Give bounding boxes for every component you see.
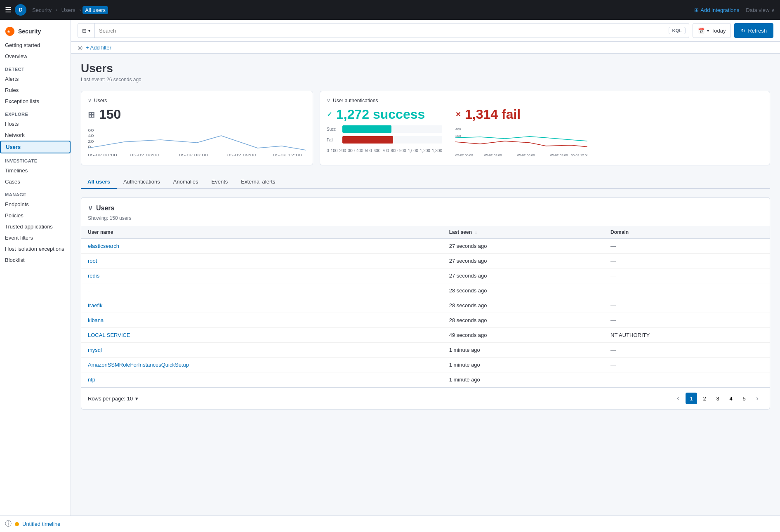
auth-sparkline: 05-02 00:00 05-02 03:00 05-02 06:00 05-0… <box>455 125 587 158</box>
dash: — <box>610 287 616 294</box>
page-body: Users Last event: 26 seconds ago ∨ Users… <box>71 54 780 418</box>
add-filter-button[interactable]: + Add filter <box>86 45 111 51</box>
search-bar-trigger[interactable]: ⊟ ▾ <box>78 24 95 38</box>
chevron-icon: ∨ <box>327 98 330 104</box>
domain-cell: — <box>604 358 770 372</box>
sidebar-item-network[interactable]: Network <box>0 129 71 141</box>
info-icon[interactable]: ⓘ <box>5 520 12 528</box>
search-bar-icon: ⊟ <box>82 28 87 34</box>
tab-anomalies[interactable]: Anomalies <box>167 175 205 189</box>
user-link[interactable]: ntp <box>88 377 95 383</box>
sidebar-item-timelines[interactable]: Timelines <box>0 165 71 176</box>
kql-badge[interactable]: KQL <box>669 27 686 34</box>
prev-page-button[interactable]: ‹ <box>672 393 684 404</box>
users-table-section: ∨ Users Showing: 150 users User name Las… <box>81 197 770 410</box>
fail-bar-label: Fail <box>327 138 339 142</box>
sidebar-item-policies[interactable]: Policies <box>0 210 71 221</box>
add-integrations-button[interactable]: ⊞ Add integrations <box>694 7 739 13</box>
users-sparkline-area: 05-02 00:00 05-02 03:00 05-02 06:00 05-0… <box>88 125 306 158</box>
user-link[interactable]: LOCAL SERVICE <box>88 332 130 338</box>
page-3-button[interactable]: 3 <box>712 393 723 404</box>
sidebar-item-rules[interactable]: Rules <box>0 85 71 96</box>
sidebar-item-users[interactable]: Users <box>0 141 71 153</box>
domain-cell: — <box>604 239 770 254</box>
sidebar-item-event-filters[interactable]: Event filters <box>0 232 71 243</box>
top-bar: ☰ D Security › Users › All users ⊞ Add i… <box>0 0 780 20</box>
filter-icon: ◎ <box>78 44 82 51</box>
svg-text:e: e <box>7 29 10 34</box>
user-link[interactable]: mysql <box>88 347 102 353</box>
table-row: AmazonSSMRoleForInstancesQuickSetup1 min… <box>81 358 770 372</box>
user-link[interactable]: redis <box>88 273 99 279</box>
svg-text:05-02 00:00: 05-02 00:00 <box>455 153 473 157</box>
page-5-button[interactable]: 5 <box>738 393 750 404</box>
domain-cell: — <box>604 343 770 358</box>
timeline-link[interactable]: Untitled timeline <box>22 521 61 527</box>
col-last-seen: Last seen ↓ <box>443 226 604 239</box>
user-link[interactable]: traefik <box>88 302 102 308</box>
svg-text:60: 60 <box>88 128 94 132</box>
dash: — <box>610 377 616 383</box>
dash: — <box>610 243 616 249</box>
breadcrumb-security[interactable]: Security <box>30 6 54 14</box>
last-seen-cell: 1 minute ago <box>443 372 604 387</box>
tab-events[interactable]: Events <box>205 175 235 189</box>
page-4-button[interactable]: 4 <box>725 393 737 404</box>
refresh-button[interactable]: ↻ Refresh <box>734 23 773 38</box>
page-1-button[interactable]: 1 <box>686 393 697 404</box>
svg-text:05-02 00:00: 05-02 00:00 <box>88 153 117 157</box>
dash: — <box>610 273 616 279</box>
bottom-bar: ⓘ Untitled timeline <box>0 516 780 532</box>
tab-authentications[interactable]: Authentications <box>117 175 167 189</box>
sidebar-item-blocklist[interactable]: Blocklist <box>0 254 71 266</box>
users-section-header: ∨ Users <box>81 198 770 215</box>
tab-all-users[interactable]: All users <box>81 175 117 189</box>
table-row: mysql1 minute ago— <box>81 343 770 358</box>
sidebar-item-alerts[interactable]: Alerts <box>0 73 71 85</box>
sidebar-title: Security <box>18 28 41 35</box>
user-link[interactable]: AmazonSSMRoleForInstancesQuickSetup <box>88 362 189 368</box>
sidebar-item-overview[interactable]: Overview <box>0 51 71 62</box>
svg-text:05-02 06:00: 05-02 06:00 <box>517 153 535 157</box>
user-link[interactable]: elasticsearch <box>88 243 119 249</box>
sidebar-item-endpoints[interactable]: Endpoints <box>0 199 71 210</box>
table-row: redis27 seconds ago— <box>81 268 770 283</box>
users-count: ⊞ 150 <box>88 107 306 122</box>
tabs: All users Authentications Anomalies Even… <box>81 175 770 189</box>
fail-bar-fill <box>342 136 393 144</box>
breadcrumb-all-users[interactable]: All users <box>82 6 108 14</box>
svg-text:05-02 12:00: 05-02 12:00 <box>571 153 587 157</box>
sidebar-item-cases[interactable]: Cases <box>0 176 71 187</box>
search-input[interactable] <box>95 28 669 34</box>
data-view-button[interactable]: Data view ∨ <box>746 7 775 13</box>
chevron-down-icon[interactable]: ▾ <box>135 395 138 402</box>
timeline-dot <box>15 522 19 526</box>
breadcrumb-users[interactable]: Users <box>59 6 78 14</box>
auth-trend-chart: 05-02 00:00 05-02 03:00 05-02 06:00 05-0… <box>455 125 587 158</box>
sidebar-item-trusted-apps[interactable]: Trusted applications <box>0 221 71 232</box>
menu-icon[interactable]: ☰ <box>5 5 12 14</box>
integrations-icon: ⊞ <box>694 7 699 13</box>
page-2-button[interactable]: 2 <box>699 393 710 404</box>
sidebar-item-exception-lists[interactable]: Exception lists <box>0 96 71 107</box>
date-picker[interactable]: 📅 ▾ Today <box>693 23 731 38</box>
table-row: root27 seconds ago— <box>81 254 770 268</box>
auth-bar-chart: Succ Fail <box>327 125 442 153</box>
svg-text:40: 40 <box>88 134 94 138</box>
fail-bar-row: Fail <box>327 136 442 144</box>
sidebar-item-host-isolation[interactable]: Host isolation exceptions <box>0 243 71 254</box>
svg-text:05-02 03:00: 05-02 03:00 <box>130 153 160 157</box>
users-sparkline: 05-02 00:00 05-02 03:00 05-02 06:00 05-0… <box>88 125 306 158</box>
last-event: Last event: 26 seconds ago <box>81 77 770 82</box>
next-page-button[interactable]: › <box>752 393 763 404</box>
search-bar: ⊟ ▾ KQL <box>78 23 689 38</box>
user-link[interactable]: root <box>88 258 97 264</box>
dash: — <box>610 302 616 308</box>
tab-external-alerts[interactable]: External alerts <box>234 175 282 189</box>
users-card-header: ∨ Users <box>88 98 306 104</box>
success-bar-label: Succ <box>327 127 339 132</box>
user-link[interactable]: kibana <box>88 317 104 323</box>
sidebar-item-hosts[interactable]: Hosts <box>0 118 71 129</box>
sidebar-item-getting-started[interactable]: Getting started <box>0 40 71 51</box>
table-row: ntp1 minute ago— <box>81 372 770 387</box>
